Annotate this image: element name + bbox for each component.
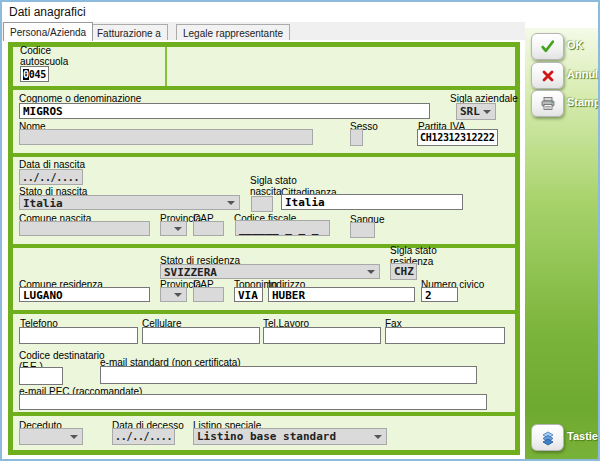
- printer-icon: [540, 96, 556, 112]
- tastiera-button-label: Tastiera: [567, 430, 600, 442]
- sigla-stato-nascita-field[interactable]: [251, 196, 273, 212]
- telefono-field[interactable]: [19, 327, 138, 344]
- comune-residenza-field[interactable]: LUGANO: [19, 287, 150, 302]
- chevron-down-icon: [174, 293, 182, 297]
- section-divider: [13, 412, 515, 416]
- tab-legale-rappresentante[interactable]: Legale rappresentante: [176, 24, 290, 40]
- numero-civico-field[interactable]: 2: [421, 287, 458, 302]
- annulla-button-label: Annulla: [567, 68, 600, 80]
- tab-fatturazione-a[interactable]: Fatturazione a: [90, 24, 168, 40]
- sigla-stato-residenza-field[interactable]: CHZ: [390, 263, 417, 280]
- stampa-button[interactable]: [531, 90, 564, 117]
- section-divider: [13, 86, 515, 90]
- data-decesso-field[interactable]: ../../....: [112, 428, 175, 445]
- codice-fiscale-field[interactable]: ______ _ _ _: [235, 220, 330, 236]
- sesso-field[interactable]: [350, 129, 363, 146]
- dati-anagrafici-window: Dati anagrafici Persona/Azienda Fatturaz…: [0, 0, 600, 461]
- cap-nascita-field[interactable]: [193, 221, 224, 236]
- check-icon: [539, 38, 556, 55]
- partita-iva-field[interactable]: CH12312312222: [417, 129, 498, 146]
- tel-lavoro-field[interactable]: [263, 327, 381, 344]
- provincia-nascita-combo[interactable]: [160, 221, 187, 236]
- data-nascita-field[interactable]: ../../....: [19, 169, 83, 185]
- chevron-down-icon: [374, 435, 382, 439]
- chevron-down-icon: [483, 110, 491, 114]
- sangue-field[interactable]: [350, 222, 375, 238]
- cellulare-field[interactable]: [142, 327, 260, 344]
- provincia-residenza-combo[interactable]: [160, 287, 187, 302]
- section-divider: [13, 153, 515, 157]
- chevron-down-icon: [367, 270, 375, 274]
- section-divider: [13, 310, 515, 314]
- codice-autoscuola-value: 045: [29, 69, 46, 80]
- chevron-down-icon: [227, 201, 235, 205]
- ok-button-label: OK: [567, 39, 584, 51]
- keyboard-icon: [540, 430, 556, 446]
- stato-residenza-combo[interactable]: SVIZZERA: [160, 264, 380, 279]
- tab-persona-azienda[interactable]: Persona/Azienda: [3, 22, 93, 41]
- stampa-button-label: Stampa: [567, 96, 600, 108]
- email-standard-field[interactable]: [100, 366, 477, 384]
- fax-field[interactable]: [385, 327, 505, 344]
- deceduto-combo[interactable]: [19, 428, 83, 445]
- sigla-aziendale-combo[interactable]: SRL: [456, 103, 496, 120]
- cap-residenza-field[interactable]: [193, 287, 224, 302]
- tastiera-button[interactable]: [531, 424, 564, 451]
- stato-nascita-combo[interactable]: Italia: [19, 195, 240, 210]
- ok-button[interactable]: [531, 33, 564, 60]
- codice-destinatario-field[interactable]: [19, 367, 63, 385]
- action-panel: OK Annulla Stampa Tastiera: [525, 28, 598, 459]
- cognome-field[interactable]: MIGROS: [19, 103, 430, 119]
- comune-nascita-field[interactable]: [19, 221, 150, 236]
- window-title: Dati anagrafici: [9, 5, 86, 19]
- chevron-down-icon: [174, 227, 182, 231]
- email-pec-field[interactable]: [19, 394, 487, 410]
- annulla-button[interactable]: [531, 62, 564, 89]
- toponimo-field[interactable]: VIA: [234, 287, 263, 302]
- chevron-down-icon: [70, 435, 78, 439]
- cittadinanza-field[interactable]: Italia: [281, 194, 463, 210]
- codice-autoscuola-label: Codice autoscuola: [20, 45, 78, 67]
- indirizzo-field[interactable]: HUBER: [268, 287, 415, 302]
- codice-autoscuola-field[interactable]: 0045: [20, 66, 49, 82]
- cross-icon: [540, 68, 556, 84]
- nome-field[interactable]: [19, 129, 313, 145]
- section-divider-vertical: [165, 47, 167, 86]
- listino-speciale-combo[interactable]: Listino base standard: [193, 428, 387, 445]
